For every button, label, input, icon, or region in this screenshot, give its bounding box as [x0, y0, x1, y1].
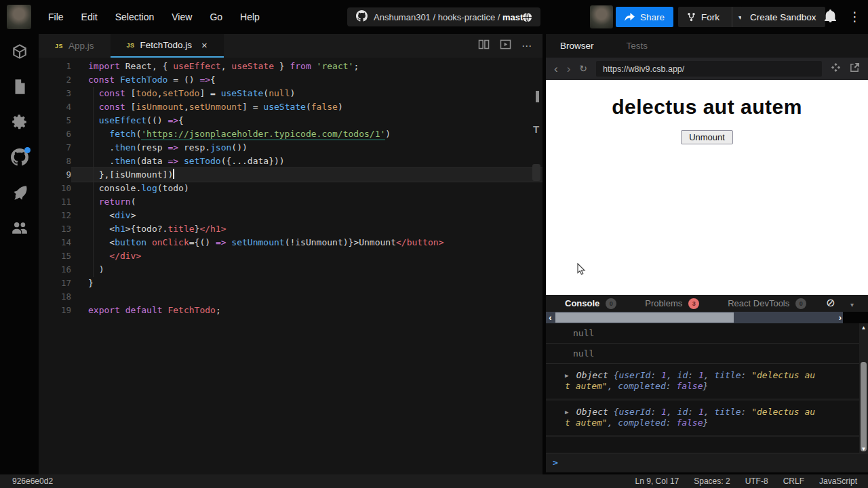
responsive-mode-icon[interactable]	[831, 62, 841, 75]
overview-ruler-marker	[536, 91, 539, 102]
unmount-button[interactable]: Unmount	[681, 130, 733, 144]
vscrollbar-thumb[interactable]	[861, 362, 867, 451]
status-encoding[interactable]: UTF-8	[745, 476, 768, 486]
console-entry[interactable]: ▶ Object {userId: 1, id: 1, title: "dele…	[546, 364, 859, 401]
scroll-down-icon[interactable]: ▼	[859, 446, 868, 452]
console-entry[interactable]: ▶ Object {userId: 1, id: 1, title: "dele…	[546, 401, 859, 437]
scroll-right-icon[interactable]: ›	[839, 312, 842, 323]
panel-tab-tests[interactable]: Tests	[627, 41, 648, 51]
line-number: 7	[39, 141, 71, 155]
code-line-14[interactable]: 14 <button onClick={() => setUnmount(!is…	[39, 236, 542, 249]
user-avatar[interactable]	[590, 5, 613, 28]
line-number: 16	[39, 263, 71, 277]
editor-scrollbar-thumb[interactable]	[532, 164, 540, 181]
code-line-11[interactable]: 11 return(	[39, 195, 542, 209]
console-tab-console[interactable]: Console0	[565, 298, 616, 309]
code-line-2[interactable]: 2const FetchTodo = () =>{	[39, 73, 542, 87]
code-line-12[interactable]: 12 <div>	[39, 209, 542, 222]
menu-edit[interactable]: Edit	[73, 12, 106, 22]
code-line-19[interactable]: 19export default FetchTodo;	[39, 304, 542, 317]
line-number: 10	[39, 182, 71, 195]
workspace-avatar[interactable]	[7, 5, 31, 29]
code-line-6[interactable]: 6 fetch('https://jsonplaceholder.typicod…	[39, 127, 542, 141]
expand-icon[interactable]: ▶	[565, 372, 576, 379]
settings-gear-icon[interactable]	[11, 113, 28, 131]
code-line-13[interactable]: 13 <h1>{todo?.title}</h1>	[39, 222, 542, 236]
deployment-rocket-icon[interactable]	[11, 184, 28, 201]
preview-panel-tabs: BrowserTests	[546, 34, 868, 58]
tab-app-js[interactable]: JSApp.js	[39, 34, 111, 58]
menu-help[interactable]: Help	[231, 12, 269, 22]
collapse-console-icon[interactable]: ▾	[850, 301, 854, 308]
console-tab-react-devtools[interactable]: React DevTools0	[728, 298, 806, 309]
line-number: 6	[39, 127, 71, 141]
share-button[interactable]: Share	[616, 7, 673, 27]
menu-file[interactable]: File	[39, 12, 73, 22]
code-line-content: <h1>{todo?.title}</h1>	[71, 222, 542, 236]
editor-toolbar: ⋯	[478, 34, 542, 58]
split-editor-icon[interactable]	[478, 39, 490, 52]
code-line-content	[71, 290, 542, 304]
notifications-bell-icon[interactable]	[825, 9, 836, 25]
fork-button[interactable]: Fork ▾	[678, 7, 748, 27]
status-indentation[interactable]: Spaces: 2	[694, 476, 730, 486]
console-tab-problems[interactable]: Problems3	[645, 298, 699, 309]
live-collaboration-icon[interactable]	[11, 219, 28, 237]
more-actions-icon[interactable]: ⋯	[521, 40, 532, 52]
code-line-content: const [todo,setTodo] = useState(null)	[71, 87, 542, 100]
code-line-7[interactable]: 7 .then(resp => resp.json())	[39, 141, 542, 155]
share-arrow-icon	[625, 13, 635, 22]
open-preview-icon[interactable]	[500, 39, 511, 52]
code-line-15[interactable]: 15 </div>	[39, 249, 542, 263]
code-line-content: <button onClick={() => setUnmount(!isUnm…	[71, 236, 542, 249]
overflow-menu-icon[interactable]: ⋮	[848, 8, 861, 26]
console-horizontal-scrollbar[interactable]: ‹ ›	[546, 312, 843, 323]
privacy-globe-icon[interactable]	[522, 12, 532, 25]
code-line-10[interactable]: 10 console.log(todo)	[39, 182, 542, 195]
back-icon[interactable]: ‹	[554, 63, 558, 75]
scroll-up-icon[interactable]: ▲	[859, 325, 868, 331]
code-line-content: const [isUnmount,setUnmount] = useState(…	[71, 100, 542, 114]
menu-selection[interactable]: Selection	[106, 12, 163, 22]
status-eol[interactable]: CRLF	[783, 476, 804, 486]
console-input-row[interactable]: >	[546, 453, 868, 472]
code-line-16[interactable]: 16 )	[39, 263, 542, 277]
code-editor[interactable]: 1import React, { useEffect, useState } f…	[39, 58, 542, 474]
scroll-left-icon[interactable]: ‹	[546, 312, 555, 323]
expand-icon[interactable]: ▶	[565, 409, 576, 415]
code-line-3[interactable]: 3 const [todo,setTodo] = useState(null)	[39, 87, 542, 100]
console-tab-label: Console	[565, 298, 599, 308]
console-vertical-scrollbar[interactable]: ▲ ▼	[859, 323, 868, 453]
code-line-9[interactable]: 9 },[isUnmount])	[39, 168, 542, 182]
console-tab-bar: Console0Problems3React DevTools0	[546, 295, 868, 312]
console-tab-label: React DevTools	[728, 298, 789, 308]
code-line-17[interactable]: 17}	[39, 277, 542, 290]
box-icon[interactable]	[11, 43, 28, 60]
github-notification-dot	[24, 147, 31, 153]
open-in-new-window-icon[interactable]	[850, 62, 860, 75]
panel-tab-browser[interactable]: Browser	[560, 41, 594, 51]
menu-go[interactable]: Go	[201, 12, 231, 22]
github-icon[interactable]	[11, 148, 28, 166]
menu-view[interactable]: View	[163, 12, 201, 22]
github-repo-badge[interactable]: Anshuman301 / hooks-practice / master	[347, 7, 540, 26]
file-explorer-icon[interactable]	[11, 78, 28, 96]
status-cursor-position[interactable]: Ln 9, Col 17	[635, 476, 679, 486]
tab-label: App.js	[68, 41, 94, 51]
code-line-8[interactable]: 8 .then(data => setTodo({...data}))	[39, 155, 542, 168]
code-line-4[interactable]: 4 const [isUnmount,setUnmount] = useStat…	[39, 100, 542, 114]
clear-console-icon[interactable]: ⊘	[826, 296, 835, 309]
console-log-list: nullnull▶ Object {userId: 1, id: 1, titl…	[546, 323, 859, 453]
status-language[interactable]: JavaScript	[819, 476, 857, 486]
create-sandbox-button[interactable]: Create Sandbox	[741, 7, 825, 27]
hscrollbar-thumb[interactable]	[555, 312, 734, 323]
forward-icon[interactable]: ›	[567, 63, 571, 75]
tab-fetchtodo-js[interactable]: JSFetchTodo.js×	[111, 34, 224, 58]
refresh-icon[interactable]: ↻	[579, 63, 587, 75]
code-line-5[interactable]: 5 useEffect(() =>{	[39, 114, 542, 127]
url-bar[interactable]: https://w8iv9.csb.app/	[596, 61, 822, 77]
titlebar: FileEditSelectionViewGoHelp Anshuman301 …	[0, 0, 868, 34]
code-line-1[interactable]: 1import React, { useEffect, useState } f…	[39, 60, 542, 73]
close-tab-icon[interactable]: ×	[201, 39, 208, 51]
code-line-18[interactable]: 18	[39, 290, 542, 304]
